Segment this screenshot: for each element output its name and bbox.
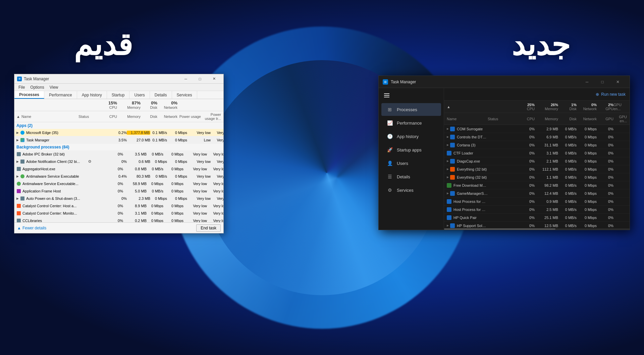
row-cpu: 0% [515,143,535,147]
table-row[interactable]: Antimalware Service Executable... 0% 58.… [14,180,223,187]
tab-startup[interactable]: Startup [107,91,130,99]
new-col-memory-header[interactable]: Memory [535,117,558,121]
col-network[interactable]: Network [157,115,177,119]
tab-processes[interactable]: Processes [14,91,44,99]
col-status[interactable]: Status [78,115,99,119]
table-row[interactable]: Catalyst Control Center: Monito... 0% 3.… [14,210,223,217]
table-row[interactable]: ▶ Auto Power-on & Shut-down (3... 0% 2.3… [14,195,223,202]
table-row[interactable]: Adobe IPC Broker (32 bit) 0% 3.5 MB 0 MB… [14,150,223,158]
table-row[interactable]: Application Frame Host 0% 5.0 MB 0 MB/s … [14,187,223,195]
new-col-network-header[interactable]: Network [577,117,597,121]
new-col-name-header[interactable]: Name [447,117,488,121]
expand-icon: ▶ [16,131,19,134]
table-row[interactable]: Catalyst Control Center: Host a... 0% 8.… [14,202,223,210]
new-col-disk-header[interactable]: Disk [558,117,577,121]
table-row[interactable]: ▶ COM Surrogate 0% 2.9 MB 0 MB/s 0 Mbps … [444,125,630,133]
tab-details[interactable]: Details [150,91,172,99]
table-row[interactable]: Host Process for Windows Tasks 0% 0.9 MB… [444,197,630,206]
sidebar-item-app-history[interactable]: 🕐 App history [381,130,441,143]
row-name: Controls the DTS audio processi... [457,135,488,139]
row-memory: 3.1 MB [535,151,558,155]
tab-app-history[interactable]: App history [77,91,107,99]
table-row[interactable]: CTF Loader 0% 3.1 MB 0 MB/s 0 Mbps 0% [444,149,630,157]
col-disk[interactable]: Disk [141,115,157,119]
horizontal-scrollbar[interactable] [444,228,630,230]
table-row[interactable]: ▶ Controls the DTS audio processi... 0% … [444,133,630,141]
col-cpu[interactable]: CPU [99,115,117,119]
table-row[interactable]: Free Download Manager 0% 98.2 MB 0 MB/s … [444,181,630,189]
table-row[interactable]: ▶ Task Manager 3.5% 27.0 MB 0.1 MB/s 0 M… [14,136,223,144]
sidebar-item-processes[interactable]: ⊞ Processes [381,103,441,116]
hamburger-menu-button[interactable] [379,91,444,100]
table-row[interactable]: ▶ DiagsCap.exe 0% 2.1 MB 0 MB/s 0 Mbps 0… [444,157,630,165]
row-disk: 0 MB/s [558,175,577,179]
row-cpu: 0% [515,224,535,228]
row-power-trend: Very low [207,189,223,193]
fewer-details-button[interactable]: ▲ Fewer details [17,226,46,230]
col-power-trend[interactable]: Power usage tr... [201,113,221,121]
row-power-trend: Very low [211,160,223,164]
row-memory: 12.5 MB [535,224,558,228]
sidebar-item-services[interactable]: ⚙ Services [381,184,441,196]
menu-options[interactable]: Options [28,84,47,90]
table-row[interactable]: HP Quick Pair 0% 25.1 MB 0 MB/s 0 Mbps 0… [444,214,630,222]
table-row[interactable]: ▶ Everything (32 bit) 0% 1.1 MB 0 MB/s 0… [444,173,630,181]
scrollbar-thumb[interactable] [444,228,555,230]
table-row[interactable]: ▶ Cortana (3) 0% 31.1 MB 0 MB/s 0 Mbps 0… [444,141,630,149]
table-row[interactable]: Host Process for Windows Tasks 0% 2.5 MB… [444,206,630,214]
new-minimize-button[interactable]: ─ [579,77,595,87]
col-memory[interactable]: Memory [117,115,141,119]
table-row[interactable]: CCLibraries 0% 0.2 MB 0 Mbps 0 Mbps Very… [14,217,223,222]
table-row[interactable]: ▶ GameManagerService (32 bit) 0% 12.4 MB… [444,189,630,197]
col-power[interactable]: Power usage [177,115,201,119]
row-cpu: 0% [515,216,535,220]
old-minimize-button[interactable]: ─ [179,76,193,82]
sidebar-item-users[interactable]: 👤 Users [381,157,441,170]
disk-label: Disk [141,105,157,109]
sidebar-item-startup-apps[interactable]: 🚀 Startup apps [381,143,441,156]
row-power: Very low [187,196,211,201]
new-col-gpu-header[interactable]: GPU [597,117,613,121]
antimalware-icon [20,174,25,179]
row-cpu: 0% [108,160,127,164]
table-row[interactable]: ▶ Antimalware Service Executable 0.4% 80… [14,173,223,180]
tab-services[interactable]: Services [172,91,197,99]
row-memory: 0.2 MB [123,219,147,223]
row-disk: 0 MB/s [150,174,167,178]
table-row[interactable]: AggregatorHost.exe 0% 0.8 MB 0 MB/s 0 Mb… [14,165,223,173]
new-maximize-button[interactable]: □ [595,77,610,87]
end-task-button[interactable]: End task [196,224,221,232]
table-row[interactable]: ▶ Microsoft Edge (35) 0.2% 1,377.8 MB 0.… [14,129,223,136]
sidebar-item-details[interactable]: ☰ Details [381,170,441,183]
generic-icon [16,218,21,223]
new-col-status-header[interactable]: Status [488,117,515,121]
row-memory: 31.1 MB [535,143,558,147]
old-maximize-button[interactable]: □ [193,76,207,82]
tab-performance[interactable]: Performance [44,91,77,99]
new-close-button[interactable]: ✕ [610,77,626,87]
old-close-button[interactable]: ✕ [207,76,221,82]
new-mem-label: Memory [545,107,558,111]
new-col-cpu-header[interactable]: CPU [515,117,535,121]
run-new-task-button[interactable]: ⊕ Run new task [596,92,626,97]
new-tm-wincontrols: ─ □ ✕ [579,77,626,87]
old-tm-footer: ▲ Fewer details End task [14,222,223,233]
tab-users[interactable]: Users [129,91,150,99]
row-memory: 3.5 MB [123,152,147,156]
new-col-gpue-header[interactable]: GPU en... [613,115,627,123]
sidebar-item-performance[interactable]: 📈 Performance [381,117,441,129]
table-row[interactable]: ▶ HP Support Solutions Framewo... 0% 12.… [444,222,630,228]
menu-file[interactable]: File [16,84,28,90]
table-row[interactable]: ▶ Adobe Notification Client (32 bi... ⊙ … [14,158,223,165]
col-name[interactable]: ▲ Name [16,115,78,119]
row-memory: 0.9 MB [535,199,558,204]
new-net-label: Network [583,107,597,111]
menu-view[interactable]: View [47,84,61,90]
row-name: GameManagerService (32 bit) [457,191,488,195]
new-gpu-pct: 2% [608,103,613,107]
taskmanager-icon-old: ⊞ [17,77,22,81]
cpu-label: CPU [99,105,117,109]
resource-header-old: 15% CPU 87% Memory 0% Disk 0% Network [14,99,223,111]
row-network: 0 Mbps [167,160,187,164]
table-row[interactable]: ▶ Everything (32 bit) 0% 112.1 MB 0 MB/s… [444,165,630,173]
